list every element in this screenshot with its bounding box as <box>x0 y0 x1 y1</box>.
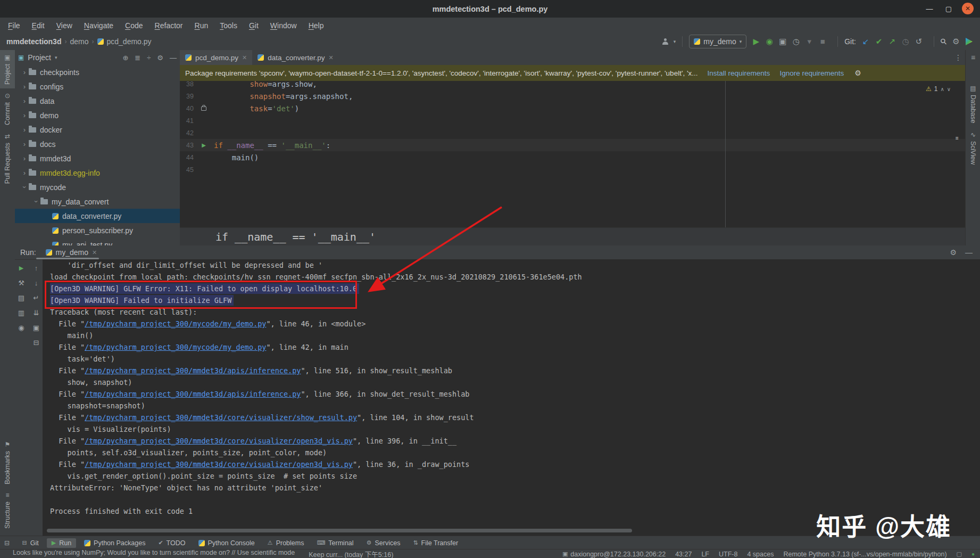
traceback-file-link[interactable]: /tmp/pycharm_project_300/mmdet3d/core/vi… <box>85 437 353 445</box>
tool-strip-database[interactable]: ▤Database <box>966 81 980 127</box>
close-tab-icon[interactable]: ✕ <box>329 54 334 61</box>
breadcrumb-item[interactable]: mmdetection3d <box>6 37 61 46</box>
pin-tab-icon[interactable]: ◉ <box>18 323 24 332</box>
code-line-41[interactable]: 41 <box>180 114 965 127</box>
traceback-file-link[interactable]: /tmp/pycharm_project_300/mycode/my_demo.… <box>85 319 266 328</box>
print-icon[interactable]: ▣ <box>33 323 39 332</box>
user-caret-icon[interactable]: ▾ <box>674 39 676 44</box>
menu-git[interactable]: Git <box>243 21 264 30</box>
rollback-icon[interactable]: ↺ <box>914 37 924 46</box>
toolwindow-button-python-console[interactable]: Python Console <box>194 538 260 548</box>
menu-tools[interactable]: Tools <box>214 21 243 30</box>
run-settings-icon[interactable]: ⚙ <box>950 248 957 257</box>
inspections-widget[interactable]: ⚠ 1 ∧ ∨ <box>926 85 951 93</box>
horizontal-scrollbar[interactable] <box>47 529 632 532</box>
chevron-icon[interactable]: › <box>20 111 29 119</box>
menu-code[interactable]: Code <box>119 21 148 30</box>
tab-pcd-demo[interactable]: pcd_demo.py ✕ <box>180 50 252 65</box>
push-icon[interactable]: ↗ <box>887 37 897 46</box>
breadcrumb-item[interactable]: pcd_demo.py <box>107 37 152 46</box>
up-stack-icon[interactable]: ↑ <box>35 264 38 273</box>
settings-icon[interactable]: ⚙ <box>157 54 163 62</box>
code-line-43[interactable]: 43▶if __name__ == '__main__': <box>180 139 965 151</box>
status-message-secondary[interactable]: Keep curr... (today 下午5:16) <box>309 549 393 558</box>
banner-settings-icon[interactable]: ⚙ <box>854 69 861 77</box>
maximize-icon[interactable]: ▢ <box>943 3 954 14</box>
traceback-file-link[interactable]: /tmp/pycharm_project_300/mmdet3d/core/vi… <box>85 460 353 469</box>
tab-data-converter[interactable]: data_converter.py ✕ <box>252 50 339 65</box>
ignore-requirements-link[interactable]: Ignore requirements <box>779 69 844 77</box>
status-interpreter[interactable]: Remote Python 3.7.13 (sf-...vs/open-mmla… <box>783 551 946 558</box>
code-line-40[interactable]: 40 task='det') <box>180 102 965 114</box>
tree-item-mycode[interactable]: ›mycode <box>15 180 180 194</box>
chevron-icon[interactable]: › <box>20 154 29 162</box>
toolwindow-button-git[interactable]: ⊟Git <box>17 538 43 548</box>
menu-window[interactable]: Window <box>264 21 303 30</box>
restore-layout-icon[interactable]: ▤ <box>18 293 24 302</box>
profiler-caret-icon[interactable]: ▾ <box>804 37 814 46</box>
traceback-file-link[interactable]: /tmp/pycharm_project_300/mycode/my_demo.… <box>85 343 266 351</box>
clear-all-icon[interactable]: ⊟ <box>34 338 39 347</box>
scroll-to-end-icon[interactable]: ⇊ <box>34 308 39 317</box>
run-config-select[interactable]: my_demo ▾ <box>689 35 746 48</box>
tree-item-data-converter-py[interactable]: data_converter.py <box>15 209 180 223</box>
status-caret-position[interactable]: 43:27 <box>675 551 692 558</box>
tool-strip-bookmarks[interactable]: ⚑Bookmarks <box>0 437 15 488</box>
toolwindow-button-todo[interactable]: ✔TODO <box>153 538 190 548</box>
status-lock[interactable]: ▢ <box>957 551 962 557</box>
coverage-icon[interactable]: ▣ <box>778 37 787 46</box>
menu-run[interactable]: Run <box>189 21 214 30</box>
code-line-44[interactable]: 44 main() <box>180 151 965 163</box>
soft-wrap-icon[interactable]: ↵ <box>34 293 39 302</box>
menu-file[interactable]: File <box>2 21 26 30</box>
tool-strip-project[interactable]: ▣Project <box>0 50 15 88</box>
chevron-icon[interactable]: › <box>20 126 29 134</box>
toolwindow-button-run[interactable]: ▶Run <box>47 538 76 548</box>
toolwindow-button-terminal[interactable]: ⌨Terminal <box>312 538 358 548</box>
app-logo-icon[interactable] <box>966 38 973 45</box>
toolwindow-button-file-transfer[interactable]: ⇅File Transfer <box>408 538 463 548</box>
notifications-icon[interactable]: ≡ <box>966 50 980 65</box>
tree-item-docker[interactable]: ›docker <box>15 122 180 137</box>
menu-help[interactable]: Help <box>303 21 330 30</box>
code-line-45[interactable]: 45 <box>180 163 965 176</box>
chevron-icon[interactable]: › <box>20 140 29 148</box>
locate-icon[interactable]: ⊕ <box>122 54 128 62</box>
play-icon[interactable]: ▶ <box>751 37 761 46</box>
menu-edit[interactable]: Edit <box>26 21 51 30</box>
toolwindow-switcher-icon[interactable]: ⊟ <box>4 539 10 547</box>
tree-item-docs[interactable]: ›docs <box>15 137 180 151</box>
settings-gear-icon[interactable]: ⚙ <box>951 37 961 46</box>
tab-options-icon[interactable]: ⋮ <box>954 53 962 62</box>
tool-strip-pull-requests[interactable]: ⇄Pull Requests <box>0 129 15 187</box>
chevron-icon[interactable]: › <box>20 68 29 76</box>
menu-refactor[interactable]: Refactor <box>149 21 189 30</box>
tool-strip-commit[interactable]: ⊙Commit <box>0 88 15 129</box>
traceback-file-link[interactable]: /tmp/pycharm_project_300/mmdet3d/apis/in… <box>85 366 301 375</box>
tree-item-mmdet3d[interactable]: ›mmdet3d <box>15 151 180 166</box>
tree-item-data[interactable]: ›data <box>15 94 180 108</box>
code-line-39[interactable]: 39 snapshot=args.snapshot, <box>180 90 965 102</box>
next-warning-icon[interactable]: ∨ <box>947 86 951 92</box>
debug-icon[interactable]: ◉ <box>765 37 774 46</box>
toolwindow-button-services[interactable]: ⚙Services <box>362 538 405 548</box>
close-tab-icon[interactable]: ✕ <box>242 54 247 61</box>
prev-warning-icon[interactable]: ∧ <box>940 86 944 92</box>
chevron-icon[interactable]: › <box>32 198 40 206</box>
status-status-dot[interactable]: ● <box>971 551 975 557</box>
hide-panel-icon[interactable]: — <box>170 54 177 62</box>
status-message[interactable]: Looks like you're using NumPy; Would you… <box>13 549 295 558</box>
chevron-down-icon[interactable]: ▾ <box>55 55 57 60</box>
chevron-icon[interactable]: › <box>20 169 29 177</box>
menu-view[interactable]: View <box>51 21 78 30</box>
chevron-icon[interactable]: › <box>20 83 29 91</box>
minimize-icon[interactable]: — <box>924 3 935 14</box>
toolwindow-button-python-packages[interactable]: Python Packages <box>79 538 150 548</box>
tree-item-demo[interactable]: ›demo <box>15 108 180 122</box>
project-panel-title[interactable]: Project <box>28 53 51 62</box>
down-stack-icon[interactable]: ↓ <box>35 278 38 288</box>
code-line-42[interactable]: 42 <box>180 127 965 139</box>
hide-panel-icon[interactable]: — <box>965 248 973 257</box>
status-remote-host[interactable]: ▣daxiongpro@172.23.130.206:22 <box>562 551 666 558</box>
tree-item-configs[interactable]: ›configs <box>15 79 180 94</box>
